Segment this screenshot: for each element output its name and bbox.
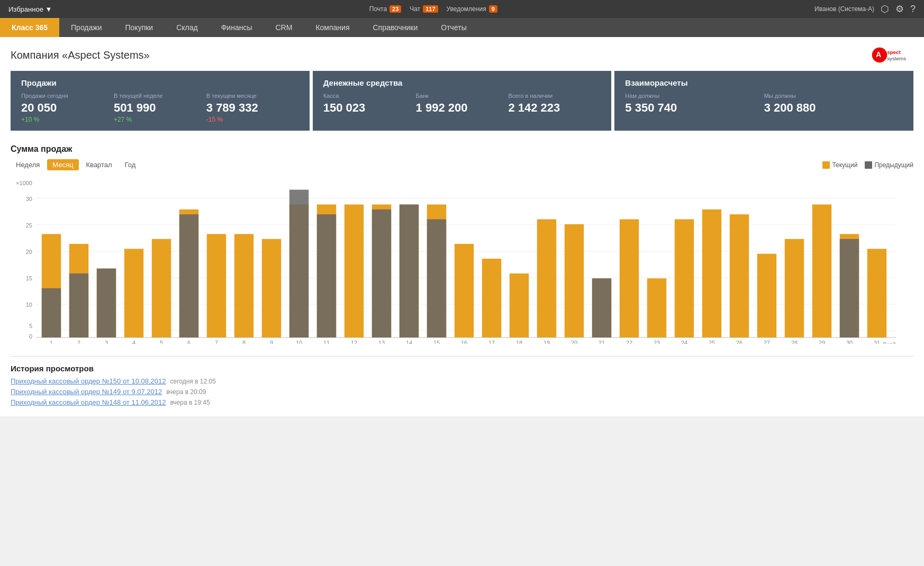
svg-text:31: 31 bbox=[874, 340, 880, 344]
help-icon[interactable]: ? bbox=[910, 4, 916, 15]
kpi-card-sales: Продажи Продажи сегодня 20 050 +10 % В т… bbox=[11, 71, 310, 131]
company-title: Компания «Aspect Systems» bbox=[11, 49, 150, 61]
notifications-badge[interactable]: Уведомления 9 bbox=[447, 5, 497, 13]
chart-legend: Текущий Предыдущий bbox=[822, 161, 913, 169]
top-bar: Избранное ▼ Почта 23 Чат 117 Уведомления… bbox=[0, 0, 924, 18]
user-label: Иванов (Система-A) bbox=[814, 5, 874, 13]
history-time: вчера в 19:45 bbox=[170, 399, 210, 406]
notifications-count: 9 bbox=[489, 5, 497, 13]
svg-rect-75 bbox=[675, 220, 694, 338]
svg-text:13: 13 bbox=[378, 340, 385, 344]
kpi-card-mutual: Взаиморасчеты Нам должны 5 350 740 Мы до… bbox=[614, 71, 913, 131]
kpi-change-today: +10 % bbox=[21, 116, 114, 123]
svg-text:10: 10 bbox=[26, 302, 32, 308]
svg-rect-47 bbox=[345, 205, 364, 337]
chart-controls: Неделя Месяц Квартал Год Текущий Предыду… bbox=[11, 159, 913, 170]
svg-rect-33 bbox=[179, 214, 198, 337]
nav-item-spravochniki[interactable]: Справочники bbox=[361, 18, 429, 37]
svg-rect-62 bbox=[510, 273, 529, 337]
svg-text:spect: spect bbox=[887, 49, 901, 55]
kpi-row: Продажи Продажи сегодня 20 050 +10 % В т… bbox=[0, 71, 924, 139]
svg-rect-73 bbox=[647, 278, 666, 337]
svg-text:0: 0 bbox=[29, 333, 32, 340]
kpi-col-month: В текущем месяце 3 789 332 -15 % bbox=[206, 93, 299, 123]
history-time: вчера в 20:09 bbox=[166, 388, 206, 396]
login-icon[interactable]: ⬡ bbox=[881, 3, 889, 15]
kpi-card-cash: Денежные средства Касса 150 023 Банк 1 9… bbox=[313, 71, 612, 131]
svg-text:22: 22 bbox=[626, 340, 632, 344]
svg-rect-77 bbox=[702, 209, 721, 337]
kpi-col-we-owe: Мы должны 3 200 880 bbox=[764, 93, 903, 115]
chart-wrapper: ×1000 30 25 20 15 10 5 0 123456789101112… bbox=[11, 175, 913, 345]
settings-icon[interactable]: ⚙ bbox=[895, 3, 904, 15]
svg-text:25: 25 bbox=[26, 222, 32, 229]
svg-rect-81 bbox=[757, 254, 776, 337]
top-bar-center: Почта 23 Чат 117 Уведомления 9 bbox=[369, 5, 497, 13]
svg-text:29: 29 bbox=[819, 340, 825, 344]
nav-item-finansy[interactable]: Финансы bbox=[210, 18, 264, 37]
kpi-col-bank: Банк 1 992 200 bbox=[416, 93, 509, 115]
svg-text:23: 23 bbox=[654, 340, 660, 344]
svg-rect-79 bbox=[730, 214, 749, 337]
svg-rect-90 bbox=[867, 249, 886, 337]
history-link[interactable]: Приходный кассовый ордер №150 от 10.08.2… bbox=[11, 377, 166, 385]
history-item: Приходный кассовый ордер №150 от 10.08.2… bbox=[11, 377, 913, 385]
kpi-col-owed-to-us: Нам должны 5 350 740 bbox=[625, 93, 764, 115]
kpi-mutual-title: Взаиморасчеты bbox=[625, 78, 903, 87]
kpi-value-week: 501 990 bbox=[114, 101, 206, 115]
favorites-menu[interactable]: Избранное ▼ bbox=[8, 5, 52, 13]
svg-rect-28 bbox=[124, 249, 143, 337]
top-bar-right: Иванов (Система-A) ⬡ ⚙ ? bbox=[814, 3, 916, 15]
svg-text:26: 26 bbox=[736, 340, 742, 344]
kpi-change-week: +27 % bbox=[114, 116, 206, 123]
nav-item-prodazhi[interactable]: Продажи bbox=[59, 18, 113, 37]
svg-rect-71 bbox=[620, 220, 639, 338]
kpi-value-today: 20 050 bbox=[21, 101, 114, 115]
history-item: Приходный кассовый ордер №148 от 11.06.2… bbox=[11, 398, 913, 406]
history-link[interactable]: Приходный кассовый ордер №148 от 11.06.2… bbox=[11, 398, 166, 406]
svg-text:21: 21 bbox=[599, 340, 605, 344]
nav-item-otchety[interactable]: Отчеты bbox=[429, 18, 478, 37]
nav-item-kompaniya[interactable]: Компания bbox=[304, 18, 361, 37]
kpi-value-total: 2 142 223 bbox=[508, 101, 601, 115]
tab-week[interactable]: Неделя bbox=[11, 159, 45, 170]
svg-rect-35 bbox=[207, 234, 226, 337]
svg-text:17: 17 bbox=[488, 340, 495, 344]
legend-current: Текущий bbox=[822, 161, 857, 169]
svg-text:2: 2 bbox=[77, 340, 80, 344]
svg-text:8: 8 bbox=[242, 340, 246, 344]
svg-text:systems: systems bbox=[887, 56, 906, 61]
mail-badge[interactable]: Почта 23 bbox=[369, 5, 402, 13]
svg-rect-20 bbox=[42, 288, 61, 337]
nav-bar: Класс 365 Продажи Покупки Склад Финансы … bbox=[0, 18, 924, 37]
tab-month[interactable]: Месяц bbox=[47, 159, 78, 170]
svg-text:12: 12 bbox=[351, 340, 357, 344]
svg-text:20: 20 bbox=[26, 249, 32, 255]
tab-quarter[interactable]: Квартал bbox=[81, 159, 117, 170]
nav-item-klass365[interactable]: Класс 365 bbox=[0, 18, 59, 37]
kpi-cash-title: Денежные средства bbox=[323, 78, 601, 87]
svg-text:19: 19 bbox=[543, 340, 550, 344]
svg-rect-58 bbox=[455, 244, 474, 337]
kpi-label-week: В текущей неделе bbox=[114, 93, 206, 99]
nav-item-sklad[interactable]: Склад bbox=[165, 18, 210, 37]
svg-text:15: 15 bbox=[26, 275, 32, 281]
nav-item-crm[interactable]: CRM bbox=[264, 18, 304, 37]
svg-rect-42 bbox=[289, 190, 309, 337]
tab-year[interactable]: Год bbox=[120, 159, 141, 170]
legend-previous: Предыдущий bbox=[865, 161, 913, 169]
kpi-value-bank: 1 992 200 bbox=[416, 101, 509, 115]
svg-text:×1000: ×1000 bbox=[16, 180, 32, 186]
mail-count: 23 bbox=[389, 5, 401, 13]
chat-count: 117 bbox=[423, 5, 438, 13]
page-content: Компания «Aspect Systems» A spect system… bbox=[0, 37, 924, 416]
svg-text:9: 9 bbox=[270, 340, 273, 344]
kpi-sales-cols: Продажи сегодня 20 050 +10 % В текущей н… bbox=[21, 93, 299, 123]
svg-text:6: 6 bbox=[187, 340, 191, 344]
history-link[interactable]: Приходный кассовый ордер №149 от 9.07.20… bbox=[11, 388, 162, 396]
chat-badge[interactable]: Чат 117 bbox=[410, 5, 438, 13]
kpi-cash-cols: Касса 150 023 Банк 1 992 200 Всего в нал… bbox=[323, 93, 601, 115]
nav-item-pokupki[interactable]: Покупки bbox=[114, 18, 165, 37]
history-section: История просмотров Приходный кассовый ор… bbox=[0, 357, 924, 416]
kpi-value-month: 3 789 332 bbox=[206, 101, 299, 115]
